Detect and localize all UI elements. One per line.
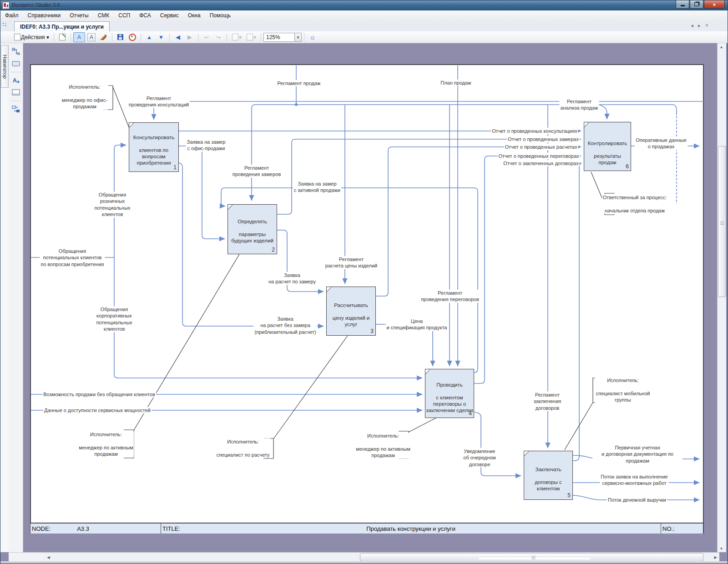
process-box-6-title: Контролировать результаты продаж [588,141,627,165]
dock-icon[interactable] [2,22,8,28]
minimize-button[interactable] [676,0,689,9]
redo-button[interactable]: ↪ [212,32,224,42]
flow-label-reglament-rascheta[interactable]: Регламент расчета цены изделий [324,256,378,269]
callout-performer-active-manager-left[interactable]: Исполнитель: менеджер по активным продаж… [78,431,134,457]
auto-layout-labels-button[interactable]: A [73,32,85,42]
scroll-down-icon[interactable]: ▼ [718,545,725,552]
paste-special-button[interactable]: ▾ [244,32,258,42]
rotate-label-icon: A [76,34,83,41]
menu-directories[interactable]: Справочники [23,11,66,20]
close-button[interactable]: × [704,0,725,9]
process-box-5[interactable]: Заключать договоры с клиентом 5 [524,451,573,500]
callout-performer-mobile-specialist[interactable]: Исполнитель: специалист мобильной группы [595,377,651,403]
callout-process-owner[interactable]: Ответственный за процесс: начальник отде… [602,194,667,214]
flow-label-reglament-dogovorov[interactable]: Регламент заключения договоров [533,392,562,411]
save-button[interactable] [115,32,126,42]
flow-label-reglament-analiza[interactable]: Регламент анализа продаж [560,98,599,111]
navigator-panel: Навигатор [0,43,9,552]
label-button[interactable]: A [85,32,98,42]
flow-label-zayavka-po-zameru[interactable]: Заявка на расчет по замеру [268,272,317,285]
fit-page-button[interactable]: ☼ [307,32,318,42]
alarm-icon [129,34,136,41]
horizontal-scrollbar[interactable]: ◀ ▶ [44,552,719,562]
text-tool-icon[interactable]: A [11,76,21,86]
flow-label-cena-specifikaciya[interactable]: Цена и спецификация продукта [386,318,448,331]
refresh-button[interactable] [126,32,138,42]
vertical-scrollbar-thumb[interactable] [718,146,726,297]
move-up-button[interactable]: ▲ [143,32,155,42]
process-box-1[interactable]: Консультировать клиентов по вопросам при… [129,122,179,172]
format-brush-button[interactable] [98,32,110,42]
process-box-4[interactable]: Проводить с клиентом переговоры о заключ… [425,369,474,418]
box-tool-icon[interactable] [11,59,21,69]
tab-scroll-left-icon[interactable]: ◂ [691,22,693,29]
go-forward-button[interactable]: ▶ [184,32,196,42]
navigator-tab[interactable]: Навигатор [1,45,9,88]
menu-ssp[interactable]: ССП [114,11,135,20]
process-box-2[interactable]: Определять параметры будущих изделий 2 [228,204,277,254]
menu-windows[interactable]: Окна [183,11,205,20]
menu-smk[interactable]: СМК [93,11,114,20]
flow-label-zayavka-aktivnaya[interactable]: Заявка на замер с активной продажи [293,181,341,194]
flow-label-reglament-prodazh[interactable]: Регламент продаж [277,80,322,86]
scroll-right-icon[interactable]: ▶ [712,554,719,561]
scroll-left-icon[interactable]: ◀ [45,554,52,561]
flow-label-otchet-zamerah[interactable]: Отчет о проведенных замерах [507,136,580,142]
flow-label-potok-zayavok[interactable]: Поток заявок на выполнение сервисно-монт… [600,473,668,487]
flow-label-otchet-raschetah[interactable]: Отчет о проведенных расчетах [504,144,578,150]
vertical-scrollbar[interactable]: ▲ ▼ [717,43,726,552]
actions-button[interactable]: Действия ▾ [11,32,51,42]
flow-label-reglament-peregovorov[interactable]: Регламент проведения переговоров [420,290,480,303]
tab-scroll-right-icon[interactable]: ▸ [698,22,701,29]
flow-label-operativnye-dannye[interactable]: Оперативные данные о продажах [635,137,688,150]
title-bar: Business Studio 3.6 × [0,0,728,10]
flow-label-obrashcheniya-roznichnyh[interactable]: Обращения розничных потенциальных клиент… [93,191,131,217]
menu-reports[interactable]: Отчеты [65,11,93,20]
scroll-up-icon[interactable]: ▲ [718,43,725,50]
flow-label-uvedomlenie[interactable]: Уведомление об очередном договоре [462,448,496,468]
move-down-button[interactable]: ▼ [155,32,167,42]
nav-left-icon: ◀ [174,34,182,41]
process-box-4-number: 4 [469,410,472,417]
flow-label-otchet-dogovorah[interactable]: Отчет о заключенных договорах [502,160,579,166]
callout-performer-active-manager-right[interactable]: Исполнитель: менеджер по активным продаж… [355,433,411,458]
flow-label-potok-vyruchki[interactable]: Поток денежной выручки [607,497,667,503]
zoom-input[interactable]: 125% [263,33,295,42]
flow-label-zayavka-ofis[interactable]: Заявка на замер с офис-продажи [186,139,227,152]
process-box-3[interactable]: Рассчитывать цену изделий и услуг 3 [326,287,376,336]
process-box-6[interactable]: Контролировать результаты продаж 6 [584,122,631,171]
tab-close-icon[interactable]: × [705,22,708,29]
tab-label: IDEF0: A3.3 Пр...укции и услуги [20,24,104,30]
flow-label-otchet-peregovorah[interactable]: Отчет о проведенных переговорах [497,153,580,159]
callout-performer-office-manager[interactable]: Исполнитель: менеджер по офис- продажам [61,84,108,110]
flow-label-pervichnaya-dokumentaciya[interactable]: Первичная учетная и договорная документа… [592,444,682,464]
flow-label-plan-prodazh[interactable]: План продаж [440,80,472,86]
interface-tool-icon[interactable] [11,104,21,114]
label-icon: A [87,33,96,41]
flow-label-reglament-konsultacij[interactable]: Регламент проведения консультаций [128,95,190,108]
flow-label-vozmozhnost-prodazhi[interactable]: Возможность продажи без обращения клиент… [42,391,156,398]
flow-label-reglament-zamerov[interactable]: Регламент проведения замеров [232,165,282,178]
menu-service[interactable]: Сервис [156,11,183,20]
go-back-button[interactable]: ◀ [172,32,184,42]
process-box-6-number: 6 [626,163,629,170]
flow-label-obrashcheniya-korporativnyh[interactable]: Обращения корпоративных потенциальных кл… [95,306,133,332]
horizontal-scrollbar-thumb[interactable] [360,553,703,562]
frame-tool-icon[interactable] [11,87,21,97]
restore-button[interactable] [690,0,703,9]
flow-label-dannye-dostupnosti[interactable]: Данные о доступности сервисных мощностей [43,407,152,413]
undo-button[interactable]: ↩ [201,32,212,42]
menu-help[interactable]: Помощь [205,11,235,20]
tab-row: IDEF0: A3.3 Пр...укции и услуги ◂ ▸ × [0,20,728,32]
connector-tool-icon[interactable] [11,47,21,57]
flow-label-obrashcheniya-potencialnyh[interactable]: Обращения потенциальных клиентов по вопр… [40,248,105,267]
menu-fsa[interactable]: ФСА [135,11,156,20]
paste-diagram-button[interactable]: ▾ [229,32,244,42]
zoom-dropdown-icon[interactable]: ▾ [295,33,302,42]
callout-performer-calc-specialist[interactable]: Исполнитель: специалист по расчету [215,438,270,458]
menu-file[interactable]: Файл [0,11,23,20]
edit-button[interactable] [56,32,68,42]
flow-label-otchet-konsultaciyah[interactable]: Отчет о проведенных консультациях [491,128,578,134]
tab-idef0-diagram[interactable]: IDEF0: A3.3 Пр...укции и услуги [14,21,110,31]
flow-label-zayavka-bez-zamera[interactable]: Заявка на расчет без замера (приблизител… [253,316,317,335]
